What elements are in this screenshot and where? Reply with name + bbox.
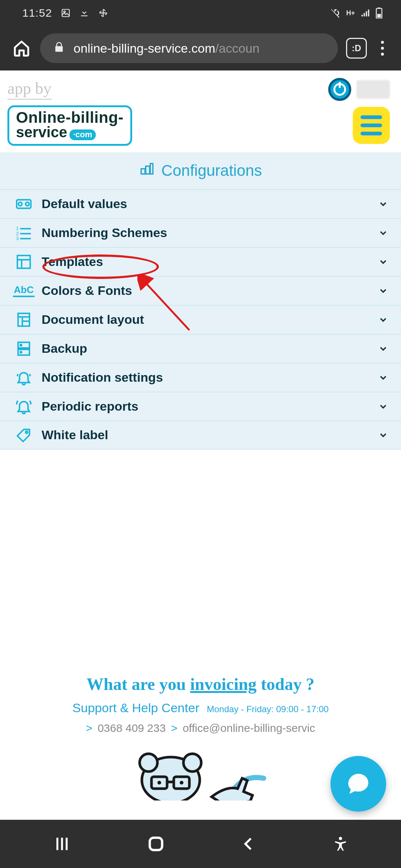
svg-rect-7 [150,164,153,174]
svg-rect-5 [141,169,145,174]
configurations-heading: Configurations [0,153,401,189]
svg-point-36 [157,781,161,785]
battery-icon [376,7,382,19]
svg-rect-3 [377,14,381,18]
tagline-post: today ? [257,675,314,694]
configurations-title: Configurations [162,162,262,180]
footer-tagline: What are you invoicing today ? [11,674,390,694]
svg-point-31 [140,754,157,772]
svg-point-1 [64,11,65,13]
config-item-label: Colors & Fonts [42,283,376,298]
signal-icon [360,8,371,18]
vibrate-mute-icon [330,7,341,19]
tab-switcher-button[interactable]: :D [346,38,367,59]
chevron-down-icon [376,226,390,240]
svg-point-32 [183,754,201,772]
svg-point-9 [19,202,22,206]
config-item-templates[interactable]: Templates [0,247,401,276]
overflow-menu-button[interactable] [375,38,390,59]
image-icon [61,8,71,18]
support-email[interactable]: office@online-billing-servic [183,722,315,734]
config-item-notification-settings[interactable]: Notification settings [0,363,401,392]
logo-com-badge: ·com [69,129,96,140]
svg-rect-41 [150,838,162,850]
status-left-cluster: 11:52 [22,7,108,19]
config-item-default-values[interactable]: Default values [0,189,401,218]
chevron-down-icon [376,371,390,384]
home-nav-button[interactable] [147,835,165,853]
home-button[interactable] [11,38,32,59]
svg-rect-0 [62,9,69,17]
tab-count-label: :D [352,43,361,53]
svg-point-28 [26,431,28,433]
templates-icon [13,251,34,272]
address-bar[interactable]: online-billing-service.com/accoun [40,33,338,63]
svg-point-42 [339,837,342,840]
download-icon [79,8,89,18]
status-right-cluster: H+ [330,7,382,19]
config-item-label: Numbering Schemes [42,226,376,240]
support-help-center-link[interactable]: Support & Help Center [72,701,199,715]
chevron-down-icon [376,342,390,355]
footer-contact-line: > 0368 409 233 > office@online-billing-s… [11,722,390,734]
chat-fab-button[interactable] [330,756,386,812]
svg-point-27 [20,351,22,353]
chevron-down-icon [376,313,390,326]
config-item-backup[interactable]: Backup [0,334,401,363]
svg-rect-17 [17,256,30,269]
config-item-colors-fonts[interactable]: AbC Colors & Fonts [0,276,401,305]
logo-line1: Online-billing- [16,110,124,125]
bell-ring-icon [13,396,34,417]
chevron-down-icon [376,428,390,442]
app-by-label: app by [7,79,52,100]
footer-support-line: Support & Help Center Monday - Friday: 0… [11,701,390,715]
config-item-label: Templates [42,254,376,269]
svg-rect-20 [18,313,30,326]
main-menu-button[interactable] [353,107,390,144]
numbering-icon: 123 [13,223,34,243]
config-item-label: Default values [42,197,376,211]
empty-space [0,450,401,660]
config-item-white-label[interactable]: White label [0,421,401,450]
user-name-redacted [356,80,390,99]
chrome-toolbar: online-billing-service.com/accoun :D [0,26,401,70]
config-item-label: Backup [42,341,376,356]
config-item-label: White label [42,428,376,442]
recents-button[interactable] [53,835,71,853]
chat-icon [345,770,372,797]
config-item-label: Document layout [42,312,376,327]
svg-point-37 [180,781,183,785]
config-item-numbering-schemes[interactable]: 123 Numbering Schemes [0,218,401,247]
configurations-list: Default values 123 Numbering Schemes Tem… [0,189,401,450]
support-phone[interactable]: 0368 409 233 [98,722,166,734]
tag-icon [13,425,34,445]
power-logout-button[interactable] [328,78,351,101]
chevron-right-icon: > [171,722,177,734]
chevron-down-icon [376,400,390,413]
chevron-down-icon [376,284,390,297]
config-item-periodic-reports[interactable]: Periodic reports [0,392,401,421]
configurations-section: Configurations Default values 123 Number… [0,152,401,450]
network-type-label: H+ [346,9,355,17]
tagline-underlined: invoicing [190,675,257,694]
bell-icon [13,367,34,388]
android-status-bar: 11:52 H+ [0,0,401,26]
power-icon [333,83,346,96]
backup-icon [13,338,34,359]
config-item-document-layout[interactable]: Document layout [0,305,401,334]
logo-line2: service [16,125,67,139]
pinwheel-icon [98,8,108,18]
chevron-right-icon: > [86,722,92,734]
site-logo[interactable]: Online-billing- service ·com [7,105,132,146]
back-button[interactable] [241,836,257,852]
url-text: online-billing-service.com/accoun [74,41,260,56]
tagline-pre: What are you [87,675,190,694]
svg-rect-4 [378,7,380,9]
accessibility-button[interactable] [332,836,349,852]
chevron-down-icon [376,255,390,269]
chevron-down-icon [376,197,390,211]
support-hours: Monday - Friday: 09:00 - 17:00 [207,704,329,714]
logo-row: Online-billing- service ·com [0,105,401,152]
svg-point-26 [20,344,22,346]
app-header: app by [0,70,401,105]
